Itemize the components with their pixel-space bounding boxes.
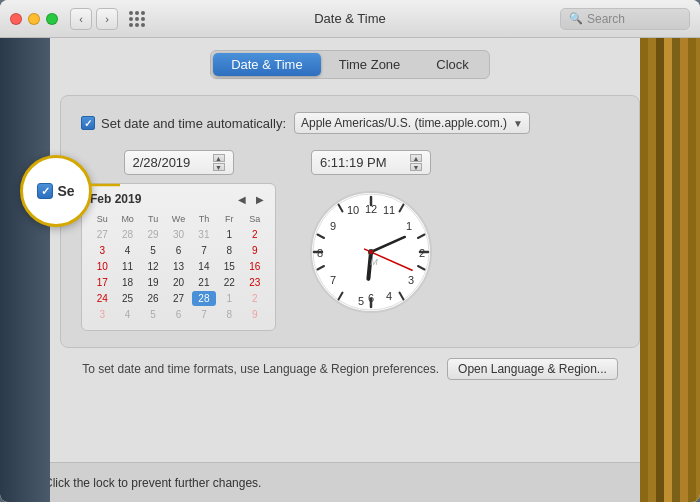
calendar-nav: ◀ ▶	[235, 192, 267, 206]
search-icon: 🔍	[569, 12, 583, 25]
close-button[interactable]	[10, 13, 22, 25]
cal-day[interactable]: 23	[243, 275, 267, 290]
cal-day[interactable]: 16	[243, 259, 267, 274]
cal-day[interactable]: 5	[141, 307, 165, 322]
cal-day[interactable]: 3	[90, 307, 114, 322]
svg-text:9: 9	[330, 220, 336, 232]
server-dropdown[interactable]: Apple Americas/U.S. (time.apple.com.) ▼	[294, 112, 530, 134]
minimize-button[interactable]	[28, 13, 40, 25]
calendar-grid: Su Mo Tu We Th Fr Sa 27 28 29 30	[90, 212, 267, 322]
cal-day[interactable]: 4	[115, 243, 139, 258]
titlebar: ‹ › Date & Time 🔍 Search	[0, 0, 700, 38]
tab-date-time[interactable]: Date & Time	[213, 53, 321, 76]
traffic-lights	[10, 13, 58, 25]
open-language-region-button[interactable]: Open Language & Region...	[447, 358, 618, 380]
cal-day[interactable]: 1	[217, 291, 241, 306]
cal-day[interactable]: 27	[90, 227, 114, 242]
time-down-button[interactable]: ▼	[410, 163, 422, 171]
cal-day[interactable]: 7	[192, 307, 216, 322]
cal-day[interactable]: 6	[166, 243, 190, 258]
cal-day[interactable]: 2	[243, 291, 267, 306]
time-up-button[interactable]: ▲	[410, 154, 422, 162]
cal-day[interactable]: 9	[243, 243, 267, 258]
calendar-next-button[interactable]: ▶	[253, 192, 267, 206]
cal-day[interactable]: 6	[166, 307, 190, 322]
cal-day[interactable]: 28	[115, 227, 139, 242]
auto-set-checkbox[interactable]: ✓	[81, 116, 95, 130]
date-input[interactable]: 2/28/2019 ▲ ▼	[124, 150, 234, 175]
cal-day[interactable]: 9	[243, 307, 267, 322]
cal-day[interactable]: 8	[217, 243, 241, 258]
cal-day[interactable]: 8	[217, 307, 241, 322]
cal-day[interactable]: 30	[166, 227, 190, 242]
date-down-button[interactable]: ▼	[213, 163, 225, 171]
calendar-prev-button[interactable]: ◀	[235, 192, 249, 206]
cal-day[interactable]: 13	[166, 259, 190, 274]
cal-header-we: We	[166, 212, 190, 226]
tab-time-zone[interactable]: Time Zone	[321, 53, 419, 76]
svg-text:7: 7	[330, 274, 336, 286]
format-row: To set date and time formats, use Langua…	[40, 358, 660, 380]
cal-day[interactable]: 5	[141, 243, 165, 258]
cal-day[interactable]: 10	[90, 259, 114, 274]
checkmark-icon: ✓	[84, 118, 92, 129]
tab-clock[interactable]: Clock	[418, 53, 487, 76]
datetime-row: 2/28/2019 ▲ ▼ Feb 2019 ◀ ▶	[81, 150, 619, 331]
cal-day[interactable]: 18	[115, 275, 139, 290]
cal-day[interactable]: 2	[243, 227, 267, 242]
cal-day[interactable]: 15	[217, 259, 241, 274]
cal-day[interactable]: 24	[90, 291, 114, 306]
cal-day[interactable]: 1	[217, 227, 241, 242]
cal-day[interactable]: 19	[141, 275, 165, 290]
cal-header-th: Th	[192, 212, 216, 226]
date-value: 2/28/2019	[133, 155, 191, 170]
cal-header-sa: Sa	[243, 212, 267, 226]
cal-day[interactable]: 21	[192, 275, 216, 290]
calendar: Feb 2019 ◀ ▶ Su Mo Tu We Th	[81, 183, 276, 331]
search-box[interactable]: 🔍 Search	[560, 8, 690, 30]
grid-icon[interactable]	[126, 8, 148, 30]
svg-text:1: 1	[406, 220, 412, 232]
time-input[interactable]: 6:11:19 PM ▲ ▼	[311, 150, 431, 175]
window-title: Date & Time	[314, 11, 386, 26]
cal-day[interactable]: 22	[217, 275, 241, 290]
content-area: Date & Time Time Zone Clock ✓ Set date a…	[0, 38, 700, 462]
cal-day[interactable]: 17	[90, 275, 114, 290]
cal-day[interactable]: 7	[192, 243, 216, 258]
settings-panel: ✓ Set date and time automatically: Apple…	[60, 95, 640, 348]
forward-button[interactable]: ›	[96, 8, 118, 30]
auto-set-checkbox-wrapper: ✓ Set date and time automatically:	[81, 116, 286, 131]
main-window: ‹ › Date & Time 🔍 Search Date & Time Tim…	[0, 0, 700, 502]
cal-day[interactable]: 4	[115, 307, 139, 322]
lock-text: Click the lock to prevent further change…	[44, 476, 261, 490]
search-placeholder: Search	[587, 12, 625, 26]
date-up-button[interactable]: ▲	[213, 154, 225, 162]
cal-day[interactable]: 27	[166, 291, 190, 306]
cal-day[interactable]: 11	[115, 259, 139, 274]
bg-left-strip	[0, 38, 50, 502]
calendar-header: Feb 2019 ◀ ▶	[90, 192, 267, 206]
dropdown-arrow-icon: ▼	[513, 118, 523, 129]
app-grid	[129, 11, 145, 27]
svg-text:10: 10	[347, 204, 359, 216]
cal-day[interactable]: 3	[90, 243, 114, 258]
svg-text:12: 12	[365, 203, 377, 215]
cal-day[interactable]: 14	[192, 259, 216, 274]
cal-day[interactable]: 26	[141, 291, 165, 306]
cal-day[interactable]: 29	[141, 227, 165, 242]
nav-buttons: ‹ ›	[70, 8, 118, 30]
cal-header-su: Su	[90, 212, 114, 226]
server-value: Apple Americas/U.S. (time.apple.com.)	[301, 116, 507, 130]
cal-day[interactable]: 25	[115, 291, 139, 306]
date-section: 2/28/2019 ▲ ▼ Feb 2019 ◀ ▶	[81, 150, 276, 331]
cal-day[interactable]: 20	[166, 275, 190, 290]
cal-day[interactable]: 31	[192, 227, 216, 242]
clock-section: 6:11:19 PM ▲ ▼	[306, 150, 436, 317]
bottom-bar: To set date and time formats, use Langua…	[20, 348, 680, 390]
maximize-button[interactable]	[46, 13, 58, 25]
svg-text:6: 6	[368, 292, 374, 304]
cal-day[interactable]: 12	[141, 259, 165, 274]
cal-day-today[interactable]: 28	[192, 291, 216, 306]
format-text: To set date and time formats, use Langua…	[82, 362, 439, 376]
back-button[interactable]: ‹	[70, 8, 92, 30]
